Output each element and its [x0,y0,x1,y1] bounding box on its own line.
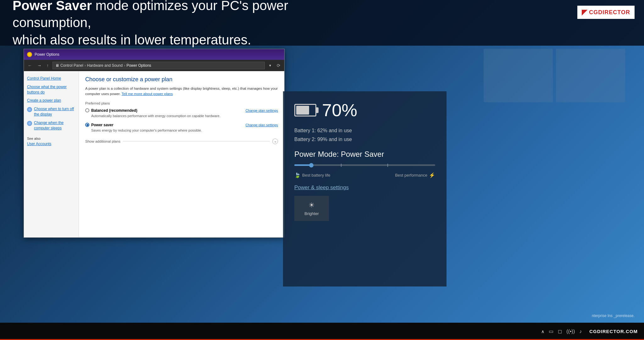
logo-icon: ◤ [582,8,587,16]
logo-text: CGDIRECTOR [589,9,630,16]
additional-plans-expand-button[interactable]: ⌄ [272,139,278,144]
plan-balanced-name: Balanced (recommended) [91,108,137,113]
address-path: 🖥 Control Panel › Hardware and Sound › P… [53,62,265,69]
taskbar-chevron-icon[interactable]: ∧ [541,329,544,334]
plan-balanced-radio-row: Balanced (recommended) [85,108,137,113]
see-also-label: See also [27,137,75,140]
slider-left-label: 🍃 Best battery life [294,172,330,178]
nav-forward-button[interactable]: → [36,62,43,69]
slider-thumb[interactable] [309,163,314,167]
breadcrumb-power-options[interactable]: Power Options [126,63,151,68]
control-panel-window: ⚡ Power Options ← → ↑ 🖥 Control Panel › … [24,49,285,238]
taskbar-battery-icon[interactable]: ▭ [549,328,553,334]
taskbar-wifi-icon[interactable]: ((•)) [566,329,575,334]
nav-up-button[interactable]: ↑ [45,62,50,69]
plan-saver-name: Power saver [91,123,114,127]
battery-2-status: Battery 2: 99% and in use [294,137,435,142]
brightness-icon: ☀ [308,201,315,209]
address-dropdown-button[interactable]: ▾ [267,63,273,68]
nav-control-panel-home[interactable]: Control Panel Home [27,75,75,82]
slider-labels: 🍃 Best battery life Best performance ⚡ [294,172,435,178]
power-options-content: Choose or customize a power plan A power… [79,71,284,237]
plan-saver-change-link[interactable]: Change plan settings [246,123,278,127]
cgdirector-logo: ◤ CGDIRECTOR [577,6,635,19]
power-mode-label: Power Mode: Power Saver [294,150,435,159]
preferred-plans-label: Preferred plans [85,101,278,105]
window-app-icon: ⚡ [27,52,32,57]
taskbar: ∧ ▭ ◻ ((•)) ♪ CGDIRECTOR.COM [0,323,644,340]
taskbar-right: ∧ ▭ ◻ ((•)) ♪ CGDIRECTOR.COM [541,328,638,334]
plan-saver-desc: Saves energy by reducing your computer's… [91,128,278,132]
battery-panel: 70% Battery 1: 62% and in use Battery 2:… [283,91,447,286]
breadcrumb-sep-2: › [124,63,125,68]
taskbar-brand: CGDIRECTOR.COM [589,329,638,334]
lightning-icon: ⚡ [429,172,435,178]
slider-tick-1 [341,164,341,167]
battery-icon-large [294,104,316,116]
plan-saver-header: Power saver Change plan settings [85,123,278,127]
nav-icon-display [27,107,32,112]
content-heading: Choose or customize a power plan [85,76,278,83]
plan-power-saver: Power saver Change plan settings Saves e… [85,123,278,132]
battery-info: Battery 1: 62% and in use Battery 2: 99%… [294,128,435,145]
slider-right-label: Best performance ⚡ [395,172,435,178]
nav-turn-off-display[interactable]: Choose when to turn off the display [27,105,75,118]
main-area: ⚡ Power Options ← → ↑ 🖥 Control Panel › … [0,46,644,323]
additional-plans-label: Show additional plans [85,139,120,143]
content-description: A power plan is a collection of hardware… [85,86,278,97]
headline-bold: Power Saver [13,0,92,13]
brighter-label: Brighter [304,211,319,216]
headline: Power Saver mode optimizes your PC's pow… [13,0,296,48]
additional-plans-row: Show additional plans ⌄ [85,139,278,144]
battery-leaf-icon: 🍃 [294,172,301,178]
tell-me-more-link[interactable]: Tell me more about power plans [122,92,173,96]
plan-balanced-desc: Automatically balances performance with … [91,114,278,118]
slider-tick-2 [387,164,388,167]
plan-saver-radio[interactable] [85,123,89,127]
battery-top-row: 70% [294,101,435,119]
plan-saver-radio-row: Power saver [85,123,114,127]
power-mode-slider-track [294,164,435,166]
nav-icon-sleep [27,121,32,126]
refresh-button[interactable]: ⟳ [275,62,282,69]
window-addressbar: ← → ↑ 🖥 Control Panel › Hardware and Sou… [24,60,284,71]
power-sleep-settings-link[interactable]: Power & sleep settings [294,184,435,191]
nav-power-buttons[interactable]: Choose what the power buttons do [27,83,75,96]
nav-back-button[interactable]: ← [26,62,33,69]
breadcrumb-hardware-sound[interactable]: Hardware and Sound [87,63,123,68]
slider-fill [294,164,311,166]
divider-line [123,141,270,141]
nav-create-power-plan[interactable]: Create a power plan [27,97,75,104]
side-nav: Control Panel Home Choose what the power… [24,71,79,237]
plan-balanced: Balanced (recommended) Change plan setti… [85,108,278,118]
taskbar-display-icon[interactable]: ◻ [558,328,562,334]
window-body: Control Panel Home Choose what the power… [24,71,284,237]
breadcrumb-control-panel[interactable]: Control Panel [60,63,83,68]
nav-user-accounts[interactable]: User Accounts [27,142,75,146]
brighter-tile[interactable]: ☀ Brighter [294,196,329,221]
enterprise-text: nterprise Ins _prerelease. [592,314,635,318]
taskbar-volume-icon[interactable]: ♪ [579,329,582,334]
battery-1-status: Battery 1: 62% and in use [294,128,435,133]
window-titlebar: ⚡ Power Options [24,49,284,60]
top-banner: Power Saver mode optimizes your PC's pow… [0,0,644,46]
plan-balanced-radio[interactable] [85,108,89,112]
plan-balanced-header: Balanced (recommended) Change plan setti… [85,108,278,113]
plan-balanced-change-link[interactable]: Change plan settings [246,109,278,112]
window-title: Power Options [35,52,59,57]
breadcrumb-icon: 🖥 [55,63,59,68]
power-mode-slider-container [294,164,435,166]
battery-fill [296,106,309,115]
battery-percentage: 70% [322,101,357,119]
breadcrumb-sep-1: › [85,63,86,68]
nav-change-sleep[interactable]: Change when the computer sleeps [27,119,75,132]
